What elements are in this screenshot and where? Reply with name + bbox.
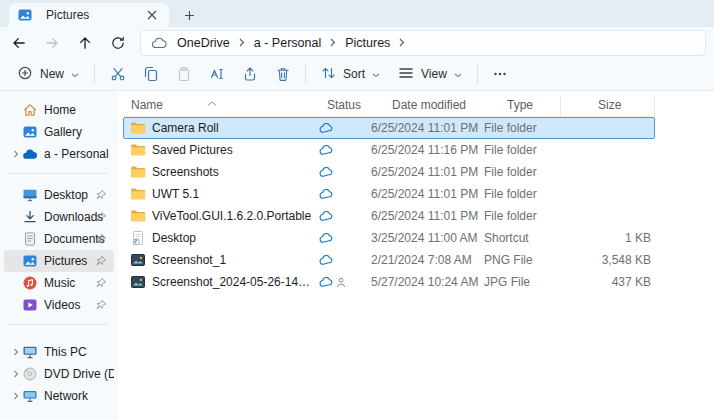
file-type: PNG File (484, 253, 562, 267)
file-row[interactable]: UWT 5.1 6/25/2024 11:01 PM File folder (123, 183, 655, 205)
column-header-name[interactable]: Name (123, 95, 315, 116)
sidebar-divider (8, 324, 108, 325)
cloud-status-icon (319, 189, 333, 200)
file-type: Shortcut (484, 231, 562, 245)
file-name: Screenshot_1 (152, 253, 226, 267)
file-type: File folder (484, 143, 562, 157)
file-date-modified: 6/25/2024 11:01 PM (368, 121, 484, 135)
tab-title: Pictures (46, 8, 136, 22)
up-icon[interactable] (68, 29, 101, 57)
sidebar-item-network[interactable]: Network (4, 385, 114, 407)
column-header-status[interactable]: Status (315, 95, 367, 116)
breadcrumb-chevron-icon[interactable] (235, 38, 249, 47)
plus-circle-icon (17, 65, 33, 84)
sidebar-item-pictures[interactable]: Pictures (4, 250, 114, 272)
breadcrumb-chevron-icon[interactable] (326, 38, 340, 47)
sidebar-item-home[interactable]: Home (4, 99, 114, 121)
file-row[interactable]: Screenshots 6/25/2024 11:01 PM File fold… (123, 161, 655, 183)
view-button-label: View (421, 67, 447, 81)
sidebar-item-this-pc[interactable]: This PC (4, 341, 114, 363)
tab-close-icon[interactable] (143, 6, 161, 24)
file-name: Saved Pictures (152, 143, 233, 157)
pin-icon (95, 299, 107, 311)
expand-chevron-icon[interactable] (10, 348, 22, 356)
delete-button[interactable] (266, 60, 299, 88)
cut-button[interactable] (101, 60, 134, 88)
file-row[interactable]: Desktop 3/25/2024 11:00 AM Shortcut 1 KB (123, 227, 655, 249)
file-row[interactable]: Saved Pictures 6/25/2024 11:16 PM File f… (123, 139, 655, 161)
file-status (316, 277, 368, 288)
file-name: Desktop (152, 231, 196, 245)
file-status (316, 123, 368, 134)
toolbar-divider (477, 64, 478, 84)
cloud-status-icon (319, 211, 333, 222)
pin-icon (95, 277, 107, 289)
folder-icon (130, 164, 146, 180)
file-date-modified: 5/27/2024 10:24 AM (368, 275, 484, 289)
chevron-down-icon (454, 67, 462, 81)
onedrive-cloud-icon (151, 35, 167, 51)
file-row[interactable]: Screenshot_1 2/21/2024 7:08 AM PNG File … (123, 249, 655, 271)
sort-button[interactable]: Sort (312, 60, 389, 88)
column-header-type[interactable]: Type (483, 95, 561, 116)
file-status (316, 167, 368, 178)
pin-icon (95, 189, 107, 201)
breadcrumb-item[interactable]: Pictures (340, 36, 395, 50)
sidebar-item-downloads[interactable]: Downloads (4, 206, 114, 228)
sidebar-item-label: Home (44, 103, 114, 117)
expand-chevron-icon[interactable] (10, 370, 22, 378)
sidebar-item-label: a - Personal (44, 147, 114, 161)
sidebar-item-a-personal[interactable]: a - Personal (4, 143, 114, 165)
rename-button[interactable] (200, 60, 233, 88)
file-row[interactable]: ViVeTool.GUI.1.6.2.0.Portable 6/25/2024 … (123, 205, 655, 227)
expand-chevron-icon[interactable] (10, 392, 22, 400)
breadcrumb-item[interactable]: OneDrive (172, 36, 235, 50)
file-status (316, 189, 368, 200)
sidebar-item-documents[interactable]: Documents (4, 228, 114, 250)
refresh-icon[interactable] (101, 29, 134, 57)
file-row[interactable]: Camera Roll 6/25/2024 11:01 PM File fold… (123, 117, 655, 139)
sidebar-item-music[interactable]: Music (4, 272, 114, 294)
new-button[interactable]: New (8, 60, 88, 88)
expand-chevron-icon[interactable] (10, 150, 22, 158)
file-list-pane: Name Status Date modified Type Size Came… (118, 91, 714, 419)
view-button[interactable]: View (389, 60, 471, 88)
share-button[interactable] (233, 60, 266, 88)
file-size: 437 KB (562, 275, 656, 289)
new-button-label: New (40, 67, 64, 81)
file-date-modified: 6/25/2024 11:01 PM (368, 187, 484, 201)
breadcrumb-item[interactable]: a - Personal (249, 36, 326, 50)
cloud-status-icon (319, 167, 333, 178)
command-toolbar: New Sort View (0, 58, 714, 91)
file-date-modified: 3/25/2024 11:00 AM (368, 231, 484, 245)
chevron-down-icon (372, 67, 380, 81)
onedrive-icon (22, 146, 38, 162)
sort-arrows-icon (321, 66, 336, 83)
folder-icon (130, 208, 146, 224)
sidebar-item-dvd-drive-d-ccc[interactable]: DVD Drive (D:) CCC (4, 363, 114, 385)
file-type: File folder (484, 165, 562, 179)
breadcrumb-chevron-icon[interactable] (395, 38, 409, 47)
tab-bar: Pictures (0, 0, 714, 27)
chevron-down-icon (71, 67, 79, 81)
gallery-icon (22, 124, 38, 140)
see-more-button[interactable] (484, 60, 517, 88)
breadcrumb[interactable]: OneDrivea - PersonalPictures (140, 30, 706, 56)
copy-button[interactable] (134, 60, 167, 88)
pin-icon (95, 255, 107, 267)
shared-person-icon (336, 277, 346, 288)
tab-pictures[interactable]: Pictures (9, 3, 169, 27)
cloud-status-icon (319, 277, 333, 288)
sidebar-item-videos[interactable]: Videos (4, 294, 114, 316)
toolbar-divider (305, 64, 306, 84)
new-tab-button[interactable] (177, 3, 201, 27)
column-header-date-modified[interactable]: Date modified (367, 95, 483, 116)
back-icon[interactable] (2, 29, 35, 57)
sidebar-item-gallery[interactable]: Gallery (4, 121, 114, 143)
sidebar-item-desktop[interactable]: Desktop (4, 184, 114, 206)
file-row[interactable]: Screenshot_2024-05-26-14-15-47-963_com.m… (123, 271, 655, 293)
shortcut-icon (130, 230, 146, 246)
column-header-size[interactable]: Size (561, 95, 655, 116)
folder-icon (130, 142, 146, 158)
file-type: File folder (484, 121, 562, 135)
